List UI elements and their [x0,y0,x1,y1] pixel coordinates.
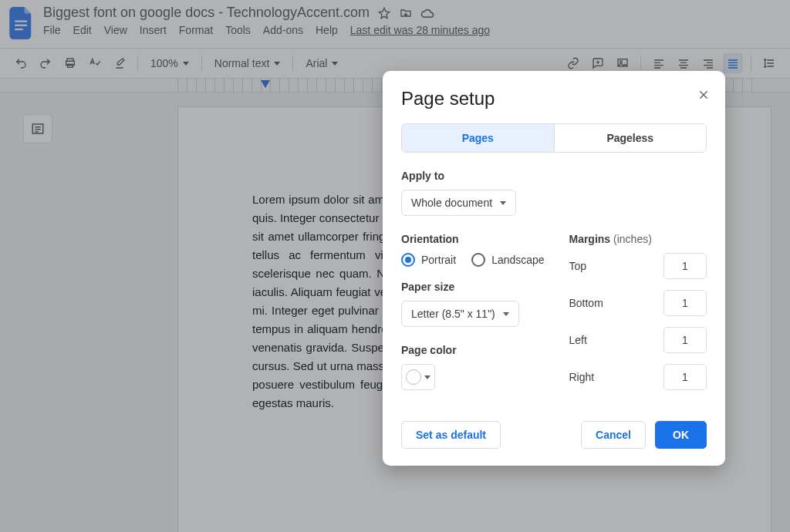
color-swatch-icon [406,369,421,385]
margins-label: Margins (inches) [569,233,707,245]
margins-label-text: Margins [569,233,610,245]
margin-left-label: Left [569,334,586,346]
margin-bottom-label: Bottom [569,297,603,309]
tab-pageless[interactable]: Pageless [555,124,707,152]
tab-pages[interactable]: Pages [402,124,555,152]
ok-button[interactable]: OK [655,421,707,449]
page-color-label: Page color [401,344,545,356]
paper-size-select[interactable]: Letter (8.5" x 11") [401,301,519,327]
cancel-button[interactable]: Cancel [581,421,646,449]
orientation-landscape-radio[interactable]: Landscape [471,253,545,267]
paper-size-label: Paper size [401,281,545,293]
set-default-button[interactable]: Set as default [401,421,501,449]
orientation-portrait-label: Portrait [421,254,456,266]
paper-size-value: Letter (8.5" x 11") [411,308,495,320]
page-setup-dialog: Page setup Pages Pageless Apply to Whole… [383,71,725,466]
margin-left-input[interactable] [663,327,707,353]
page-color-picker[interactable] [401,364,435,390]
orientation-landscape-label: Landscape [491,254,545,266]
setup-mode-tabs: Pages Pageless [401,123,707,153]
dialog-title: Page setup [401,88,707,109]
chevron-down-icon [503,312,509,316]
margins-unit: (inches) [613,233,652,245]
margin-top-input[interactable] [663,253,707,279]
orientation-portrait-radio[interactable]: Portrait [401,253,456,267]
margin-bottom-input[interactable] [663,290,707,316]
close-button[interactable] [697,88,710,103]
chevron-down-icon [500,201,506,205]
apply-to-select[interactable]: Whole document [401,190,516,216]
apply-to-value: Whole document [411,197,492,209]
margin-right-input[interactable] [663,364,707,390]
radio-dot-icon [471,253,485,267]
chevron-down-icon [424,375,430,379]
margin-top-label: Top [569,260,586,272]
margin-right-label: Right [569,371,594,383]
close-icon [697,89,710,101]
orientation-label: Orientation [401,233,545,245]
apply-to-label: Apply to [401,170,707,182]
radio-dot-icon [401,253,415,267]
